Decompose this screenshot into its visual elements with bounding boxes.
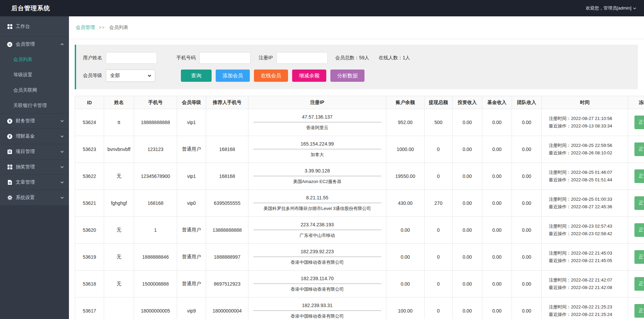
status-badge[interactable]: 正常 (634, 196, 644, 210)
sidebar-item-projects[interactable]: 项目管理 (0, 144, 69, 159)
register-time-value: 2022-08-23 02:57:43 (571, 224, 612, 229)
status-badge[interactable]: 正常 (634, 223, 644, 237)
status-badge[interactable]: 正常 (634, 250, 644, 264)
register-ip-label: 注册IP (259, 55, 273, 61)
register-time-value: 2022-08-22 21:42:07 (571, 277, 612, 283)
cell-withdraw-total: 0 (425, 217, 453, 244)
ip-address: 182.239.93.31 (253, 303, 381, 311)
add-member-button[interactable]: 添加会员 (216, 70, 250, 82)
register-time-label: 注册时间： (549, 143, 571, 148)
member-level-select[interactable]: 全部 (106, 70, 155, 82)
username-input[interactable] (106, 52, 157, 64)
last-op-time-value: 2022-08-26 08:10:02 (571, 150, 612, 155)
sidebar-item-member-list[interactable]: 会员列表 (0, 52, 69, 67)
sidebar-item-articles[interactable]: 文章管理 (0, 174, 69, 190)
column-header: ID (75, 96, 104, 109)
phone-input[interactable] (199, 52, 251, 64)
cell-phone: 18888888888 (134, 109, 177, 136)
cell-id: 53618 (75, 271, 104, 298)
table-header-row: ID姓名手机号会员等级推荐人手机号注册IP账户余额提现总额投资收入基金收入团队收… (75, 96, 644, 109)
sidebar: 工作台 V 会员管理 会员列表 等级设置 会员关联网 关联银行卡管理 ¥ 财务管… (0, 16, 69, 319)
sidebar-item-funds[interactable]: ¥ 理财基金 (0, 128, 69, 144)
status-badge[interactable]: 正常 (634, 116, 644, 129)
cell-id: 53619 (75, 244, 104, 271)
cell-withdraw-total: 0 (425, 244, 453, 271)
app-title: 后台管理系统 (11, 4, 50, 12)
register-time-label: 注册时间： (549, 116, 571, 121)
last-op-time-value: 2022-08-23 02:58:42 (571, 231, 612, 236)
last-op-time-value: 2022-09-13 08:33:34 (571, 123, 612, 128)
status-badge[interactable]: 正常 (634, 304, 644, 318)
chevron-down-icon (147, 74, 152, 78)
cell-name: bvnvbnvbff (104, 136, 134, 163)
sidebar-subitem-label: 关联银行卡管理 (13, 103, 47, 109)
last-op-time-value: 2022-08-22 21:45:05 (571, 258, 612, 263)
sidebar-item-settings[interactable]: 系统设置 (0, 190, 69, 205)
phone-label: 手机号码 (176, 55, 196, 61)
cell-balance: 0.00 (386, 244, 425, 271)
sidebar-item-bank-cards[interactable]: 关联银行卡管理 (0, 98, 69, 113)
table-body: 53624 tt 18888888888 vip1 47.57.136.137 … (75, 109, 644, 319)
cell-balance: 0.00 (386, 271, 425, 298)
cell-invest-income: 0.00 (453, 298, 482, 319)
cell-register-ip: 165.154.224.99 加拿大 (248, 136, 386, 163)
status-badge[interactable]: 正常 (634, 277, 644, 291)
cell-fund-income: 0.00 (482, 244, 512, 271)
cell-level: vip1 (177, 109, 206, 136)
cell-phone: 1888888846 (134, 244, 177, 271)
sidebar-item-workbench[interactable]: 工作台 (0, 16, 69, 36)
ip-location: 香港中国移动香港有限公司 (248, 257, 386, 265)
sidebar-item-lottery[interactable]: 抽奖管理 (0, 159, 69, 174)
grid-icon (7, 164, 13, 170)
cell-name: 无 (104, 271, 134, 298)
sidebar-item-members[interactable]: V 会员管理 (0, 36, 69, 52)
chevron-down-icon (60, 165, 64, 169)
breadcrumb-parent-link[interactable]: 会员管理 (76, 25, 95, 31)
status-badge[interactable]: 正常 (634, 142, 644, 156)
adjust-balance-button[interactable]: 增减余额 (292, 70, 326, 82)
cell-name: 无 (104, 244, 134, 271)
cell-status: 正常 (628, 298, 644, 319)
breadcrumb: 会员管理 >> 会员列表 (69, 16, 644, 39)
cell-time: 注册时间：2022-08-27 21:10:56 最近操作：2022-09-13… (542, 109, 628, 136)
register-time-value: 2022-08-25 01:46:07 (571, 170, 612, 175)
cell-register-ip: 182.239.114.70 香港中国移动香港有限公司 (248, 271, 386, 298)
ip-location: 香港中国移动香港有限公司 (248, 311, 386, 319)
cell-team-income: 0.00 (512, 271, 542, 298)
cell-withdraw-total: 0 (425, 271, 453, 298)
register-time-value: 2022-08-27 21:10:56 (571, 116, 612, 121)
member-icon: V (7, 42, 13, 47)
cell-withdraw-total: 500 (425, 109, 453, 136)
online-count-stat: 在线人数：1人 (379, 55, 410, 61)
cell-referrer-phone: 6395055555 (206, 190, 248, 217)
cell-time: 注册时间：2022-08-23 02:57:43 最近操作：2022-08-23… (542, 217, 628, 244)
cell-phone: 12345678900 (134, 163, 177, 190)
cell-team-income: 0.00 (512, 298, 542, 319)
last-op-time-label: 最近操作： (549, 123, 571, 128)
cell-phone: 123123 (134, 136, 177, 163)
cell-status: 正常 (628, 190, 644, 217)
cell-register-ip: 8.21.11.55 美国科罗拉多州布隆菲尔德市Level 3通信股份有限公司 (248, 190, 386, 217)
cell-level: vip1 (177, 163, 206, 190)
register-ip-input[interactable] (276, 52, 328, 64)
cell-status: 正常 (628, 109, 644, 136)
sidebar-item-finance[interactable]: ¥ 财务管理 (0, 113, 69, 128)
sidebar-item-level-settings[interactable]: 等级设置 (0, 67, 69, 82)
online-members-button[interactable]: 在线会员 (254, 70, 288, 82)
user-menu[interactable]: 欢迎您，管理员[admin] (586, 5, 636, 11)
chevron-down-icon (60, 196, 64, 200)
sidebar-item-member-network[interactable]: 会员关联网 (0, 82, 69, 98)
cell-withdraw-total: 0 (425, 136, 453, 163)
column-header: 冻结 (628, 96, 644, 109)
last-op-time-value: 2022-08-27 22:45:36 (571, 204, 612, 209)
cell-id: 53622 (75, 163, 104, 190)
status-badge[interactable]: 正常 (634, 169, 644, 183)
column-header: 基金收入 (482, 96, 512, 109)
breadcrumb-current: 会员列表 (109, 25, 128, 31)
ip-address: 182.239.92.223 (253, 249, 381, 257)
cell-team-income: 0.00 (512, 163, 542, 190)
column-header: 提现总额 (425, 96, 453, 109)
cell-level: 普通用户 (177, 136, 206, 163)
analyze-data-button[interactable]: 分析数据 (330, 70, 364, 82)
query-button[interactable]: 查询 (181, 70, 212, 82)
